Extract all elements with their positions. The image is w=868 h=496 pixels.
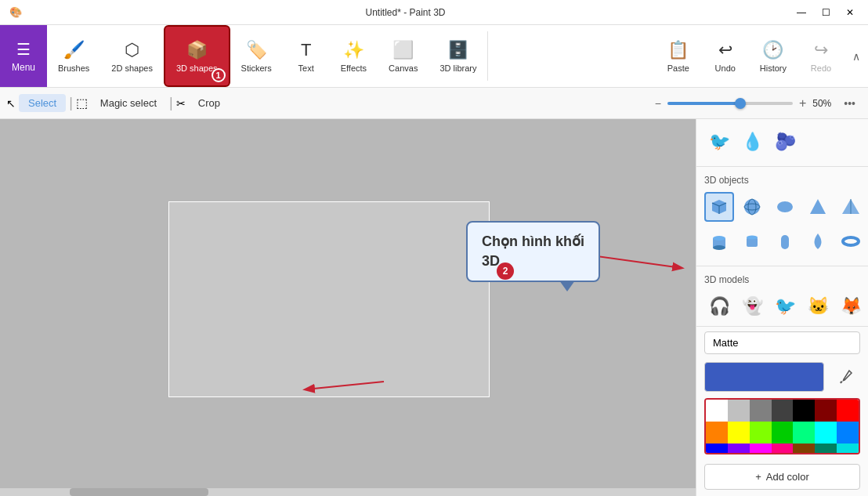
annotation-bubble: Chọn hình khối3D bbox=[466, 221, 600, 282]
palette-color-cell[interactable] bbox=[772, 400, 794, 422]
stickers-label: Stickers bbox=[241, 63, 272, 73]
redo-label: Redo bbox=[811, 63, 831, 73]
2d-shapes-button[interactable]: ⬡ 2D shapes bbox=[100, 25, 164, 87]
palette-color-cell[interactable] bbox=[815, 400, 837, 422]
palette-color-cell[interactable] bbox=[728, 400, 750, 422]
stickers-button[interactable]: 🏷️ Stickers bbox=[230, 25, 283, 87]
shape-icon-3[interactable]: 🫐 bbox=[770, 127, 800, 157]
main-area: Chọn hình khối3D 2 🐦 💧 🫐 3D objects bbox=[0, 119, 868, 496]
step1-badge: 1 bbox=[212, 68, 226, 82]
canvas-area[interactable]: Chọn hình khối3D 2 bbox=[0, 119, 696, 496]
svg-point-2 bbox=[744, 199, 760, 215]
model-icon-3[interactable]: 🐦 bbox=[770, 291, 800, 321]
ring-cylinder-icon[interactable] bbox=[737, 226, 767, 256]
palette-color-cell[interactable] bbox=[728, 422, 750, 444]
eyedropper-button[interactable] bbox=[830, 362, 860, 392]
redo-button[interactable]: ↪ Redo bbox=[797, 25, 844, 87]
palette-color-cell[interactable] bbox=[793, 400, 815, 422]
zoom-slider[interactable] bbox=[667, 102, 793, 105]
effects-label: Effects bbox=[341, 63, 367, 73]
3d-library-label: 3D library bbox=[439, 63, 476, 73]
palette-color-cell[interactable] bbox=[793, 422, 815, 444]
paste-button[interactable]: 📋 Paste bbox=[655, 25, 702, 87]
text-icon: T bbox=[301, 40, 311, 60]
cube-icon[interactable] bbox=[704, 192, 734, 222]
palette-color-cell[interactable] bbox=[728, 444, 750, 454]
palette-color-cell[interactable] bbox=[815, 444, 837, 454]
3d-library-button[interactable]: 🗄️ 3D library bbox=[429, 25, 487, 87]
teardrop-icon[interactable] bbox=[803, 226, 833, 256]
palette-color-cell[interactable] bbox=[706, 444, 728, 454]
menu-icon: ☰ bbox=[16, 40, 31, 59]
canvas-label: Canvas bbox=[389, 63, 418, 73]
toolbar: ☰ Menu 🖌️ Brushes ⬡ 2D shapes 📦 3D shape… bbox=[0, 25, 868, 88]
history-button[interactable]: 🕑 History bbox=[749, 25, 797, 87]
svg-marker-6 bbox=[810, 199, 826, 214]
matte-select[interactable]: Matte Gloss Dull Metal bbox=[704, 331, 860, 354]
shape-icon-1[interactable]: 🐦 bbox=[704, 127, 734, 157]
menu-button[interactable]: ☰ Menu bbox=[0, 25, 47, 87]
model-icon-2[interactable]: 👻 bbox=[737, 291, 767, 321]
cone-icon[interactable] bbox=[803, 192, 833, 222]
close-button[interactable]: ✕ bbox=[838, 0, 862, 24]
matte-row: Matte Gloss Dull Metal bbox=[704, 331, 860, 354]
minimize-button[interactable]: — bbox=[789, 0, 814, 24]
magic-select-button[interactable]: Magic select bbox=[91, 94, 166, 112]
color-palette-grid bbox=[706, 400, 859, 454]
color-preview-box[interactable] bbox=[704, 362, 824, 392]
palette-color-cell[interactable] bbox=[706, 422, 728, 444]
top-shape-icons-section: 🐦 💧 🫐 bbox=[696, 119, 868, 166]
maximize-button[interactable]: ☐ bbox=[814, 0, 838, 24]
palette-color-cell[interactable] bbox=[706, 400, 728, 422]
add-color-button[interactable]: + Add color bbox=[704, 464, 860, 490]
step2-badge: 2 bbox=[497, 262, 514, 280]
canvas-button[interactable]: ⬜ Canvas bbox=[378, 25, 429, 87]
model-icon-4[interactable]: 🐱 bbox=[803, 291, 833, 321]
oval-icon[interactable] bbox=[770, 192, 800, 222]
3d-shapes-button[interactable]: 📦 3D shapes 1 bbox=[164, 25, 230, 87]
palette-color-cell[interactable] bbox=[750, 422, 772, 444]
palette-color-cell[interactable] bbox=[750, 400, 772, 422]
torus-icon[interactable] bbox=[836, 226, 866, 256]
cursor-icon: ↖ bbox=[6, 97, 16, 110]
palette-color-cell[interactable] bbox=[793, 444, 815, 454]
zoom-out-icon[interactable]: − bbox=[655, 97, 661, 110]
3d-models-label: 3D models bbox=[704, 274, 860, 285]
horizontal-scrollbar[interactable] bbox=[0, 488, 696, 496]
svg-point-10 bbox=[713, 236, 725, 241]
history-icon: 🕑 bbox=[762, 40, 783, 60]
magic-select-label: Magic select bbox=[100, 97, 157, 109]
menu-label: Menu bbox=[12, 62, 35, 73]
3d-objects-grid bbox=[704, 192, 860, 222]
toolbar-separator bbox=[487, 31, 488, 81]
effects-button[interactable]: ✨ Effects bbox=[330, 25, 378, 87]
crop-button[interactable]: Crop bbox=[189, 94, 230, 112]
select-button[interactable]: Select bbox=[19, 94, 66, 112]
text-button[interactable]: T Text bbox=[283, 25, 330, 87]
palette-color-cell[interactable] bbox=[750, 444, 772, 454]
toolbar-expand-button[interactable]: ∧ bbox=[844, 25, 868, 87]
palette-color-cell[interactable] bbox=[837, 422, 859, 444]
sphere-icon[interactable] bbox=[737, 192, 767, 222]
shape-icon-2[interactable]: 💧 bbox=[737, 127, 767, 157]
drawing-canvas[interactable] bbox=[168, 201, 490, 397]
cylinder-icon[interactable] bbox=[704, 226, 734, 256]
zoom-in-icon[interactable]: + bbox=[799, 96, 806, 110]
capsule-icon[interactable] bbox=[770, 226, 800, 256]
color-palette-border bbox=[704, 398, 860, 454]
subtool-more-button[interactable]: ••• bbox=[837, 94, 862, 113]
undo-button[interactable]: ↩ Undo bbox=[702, 25, 749, 87]
palette-color-cell[interactable] bbox=[772, 422, 794, 444]
svg-point-11 bbox=[713, 245, 725, 250]
palette-color-cell[interactable] bbox=[772, 444, 794, 454]
model-icon-5[interactable]: 🦊 bbox=[836, 291, 866, 321]
palette-color-cell[interactable] bbox=[837, 444, 859, 454]
pyramid-icon[interactable] bbox=[836, 192, 866, 222]
brushes-button[interactable]: 🖌️ Brushes bbox=[47, 25, 100, 87]
model-icon-1[interactable]: 🎧 bbox=[704, 291, 734, 321]
undo-icon: ↩ bbox=[718, 40, 732, 60]
palette-color-cell[interactable] bbox=[837, 400, 859, 422]
svg-point-13 bbox=[747, 236, 758, 240]
brushes-icon: 🖌️ bbox=[63, 40, 85, 60]
palette-color-cell[interactable] bbox=[815, 422, 837, 444]
